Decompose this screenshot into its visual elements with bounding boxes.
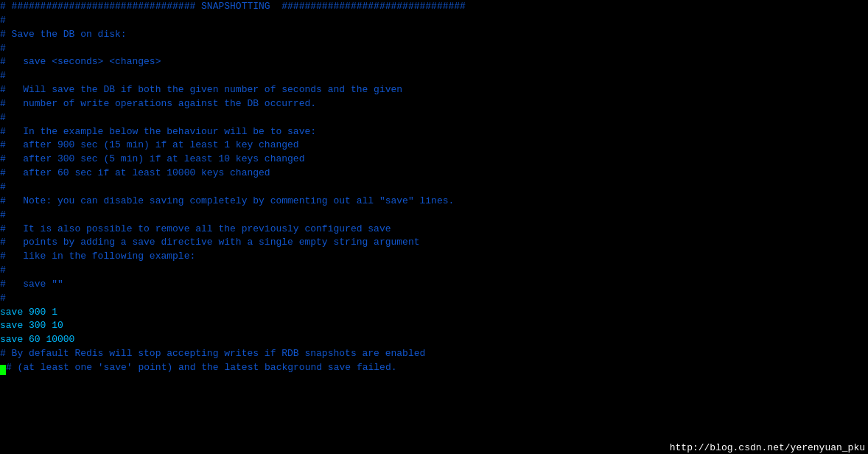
line-7: # number of write operations against the… (0, 97, 868, 111)
terminal: # ################################ SNAPS… (0, 0, 868, 454)
line-8: # (0, 111, 868, 125)
cursor-block (0, 365, 6, 375)
line-1: # (0, 14, 868, 28)
line-15: # (0, 209, 868, 223)
line-24: save 60 10000 (0, 333, 868, 347)
line-23: save 300 10 (0, 319, 868, 333)
line-12: # after 60 sec if at least 10000 keys ch… (0, 167, 868, 181)
line-13: # (0, 181, 868, 195)
line-21: # (0, 292, 868, 306)
line-4: # save <seconds> <changes> (0, 55, 868, 69)
line-10: # after 900 sec (15 min) if at least 1 k… (0, 139, 868, 153)
line-9: # In the example below the behaviour wil… (0, 125, 868, 139)
line-20: # save "" (0, 278, 868, 292)
status-bar: http://blog.csdn.net/yerenyuan_pku (667, 441, 868, 454)
line-6: # Will save the DB if both the given num… (0, 83, 868, 97)
line-18: # like in the following example: (0, 250, 868, 264)
line-2: # Save the DB on disk: (0, 28, 868, 42)
line-5: # (0, 69, 868, 83)
line-26: # By default Redis will stop accepting w… (0, 347, 868, 361)
line-19: # (0, 264, 868, 278)
line-0: # ################################ SNAPS… (0, 0, 868, 14)
line-14: # Note: you can disable saving completel… (0, 195, 868, 209)
line-27: # (at least one 'save' point) and the la… (0, 361, 868, 375)
line-3: # (0, 42, 868, 56)
line-16: # It is also possible to remove all the … (0, 223, 868, 237)
line-22: save 900 1 (0, 306, 868, 320)
line-17: # points by adding a save directive with… (0, 236, 868, 250)
line-11: # after 300 sec (5 min) if at least 10 k… (0, 153, 868, 167)
